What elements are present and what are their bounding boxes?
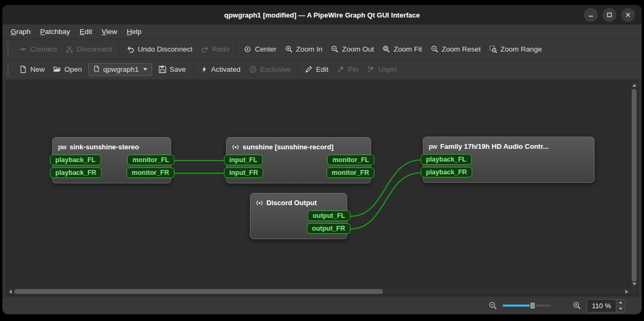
menu-patchbay[interactable]: Patchbay xyxy=(36,26,75,37)
zoom-in-button[interactable]: Zoom In xyxy=(281,43,327,56)
edit-button[interactable]: Edit xyxy=(300,63,332,76)
maximize-button[interactable] xyxy=(603,8,616,22)
connect-button[interactable]: Connect xyxy=(15,43,61,56)
activated-button[interactable]: Activated xyxy=(196,63,245,76)
statusbar: 110 % xyxy=(3,297,641,314)
connect-icon xyxy=(19,45,27,53)
new-button[interactable]: New xyxy=(15,63,49,76)
canvas-viewport[interactable]: pwsink-sunshine-stereoplayback_FLmonitor… xyxy=(6,81,630,288)
port-monitor_FR[interactable]: monitor_FR xyxy=(127,167,174,178)
port-row: playback_FL xyxy=(423,153,594,166)
menubar: Graph Patchbay Edit View Help xyxy=(3,24,641,39)
patchbay-session-dropdown[interactable]: qpwgraph1 xyxy=(88,63,152,76)
node-title: pwFamily 17h/19h HD Audio Contr... xyxy=(423,137,594,152)
undo-disconnect-button[interactable]: Undo Disconnect xyxy=(122,43,197,56)
node-title: pwsink-sunshine-stereo xyxy=(53,138,171,153)
menu-graph[interactable]: Graph xyxy=(6,26,36,37)
center-label: Center xyxy=(255,45,277,53)
zoom-slider-handle[interactable] xyxy=(530,302,536,309)
patchbay-toolbar: New Open qpwgraph1 Save Act xyxy=(3,60,641,80)
horizontal-scrollbar[interactable] xyxy=(6,288,630,295)
zoom-spin-down-button[interactable] xyxy=(616,306,625,312)
central-area: pwsink-sunshine-stereoplayback_FLmonitor… xyxy=(3,80,641,297)
zoom-out-icon xyxy=(331,45,339,53)
node-title: Discord Output xyxy=(250,193,347,208)
unpin-icon xyxy=(367,65,375,73)
zoom-in-label: Zoom In xyxy=(296,45,323,53)
port-input_FL[interactable]: input_FL xyxy=(224,155,263,165)
graph-canvas[interactable]: pwsink-sunshine-stereoplayback_FLmonitor… xyxy=(6,81,638,295)
disconnect-label: Disconnect xyxy=(77,45,112,53)
pin-button[interactable]: Pin xyxy=(332,63,363,76)
minimize-button[interactable] xyxy=(584,8,598,22)
close-button[interactable] xyxy=(621,8,635,22)
horizontal-scroll-handle[interactable] xyxy=(14,289,383,294)
toolbar-separator xyxy=(119,44,120,55)
port-input_FR[interactable]: input_FR xyxy=(224,167,263,178)
open-button[interactable]: Open xyxy=(49,63,86,76)
disconnect-button[interactable]: Disconnect xyxy=(61,43,116,56)
edit-pencil-icon xyxy=(305,65,313,73)
vertical-scroll-handle[interactable] xyxy=(632,89,637,282)
exclusive-icon: f xyxy=(249,65,257,73)
vertical-scrollbar[interactable] xyxy=(630,81,638,288)
zoom-range-button[interactable]: Zoom Range xyxy=(485,43,546,56)
zoom-spin-up-button[interactable] xyxy=(616,300,625,306)
save-icon xyxy=(158,65,166,73)
port-playback_FR[interactable]: playback_FR xyxy=(421,167,472,178)
zoom-reset-label: Zoom Reset xyxy=(442,45,481,53)
menu-help[interactable]: Help xyxy=(122,26,146,37)
save-button[interactable]: Save xyxy=(154,63,190,76)
menu-view[interactable]: View xyxy=(97,26,122,37)
pin-label: Pin xyxy=(348,65,358,73)
scroll-right-arrow[interactable] xyxy=(623,288,630,295)
zoom-out-button[interactable]: Zoom Out xyxy=(327,43,378,56)
minimize-icon xyxy=(588,12,593,18)
titlebar[interactable]: qpwgraph1 [modified] — A PipeWire Graph … xyxy=(3,5,641,24)
session-name: qpwgraph1 xyxy=(103,65,139,73)
node-sunshine[interactable]: sunshine [sunshine-record]input_FLmonito… xyxy=(226,137,371,183)
menu-edit[interactable]: Edit xyxy=(75,26,97,37)
zoom-range-label: Zoom Range xyxy=(500,45,542,53)
node-title: sunshine [sunshine-record] xyxy=(227,138,371,153)
zoom-value: 110 % xyxy=(587,300,616,312)
unpin-button[interactable]: Unpin xyxy=(363,63,401,76)
toolbar-drag-handle[interactable] xyxy=(7,64,11,75)
scroll-left-arrow[interactable] xyxy=(6,288,14,295)
new-label: New xyxy=(30,65,45,73)
port-playback_FL[interactable]: playback_FL xyxy=(50,155,101,165)
redo-button[interactable]: Redo xyxy=(197,43,233,56)
zoom-spinbox[interactable]: 110 % xyxy=(587,299,625,312)
spin-down-icon xyxy=(619,308,622,310)
zoom-in-status-icon xyxy=(573,301,581,310)
exclusive-button[interactable]: f Exclusive xyxy=(245,63,295,76)
scroll-up-arrow[interactable] xyxy=(631,81,638,89)
undo-icon xyxy=(127,45,135,53)
zoom-out-label: Zoom Out xyxy=(342,45,374,53)
port-monitor_FL[interactable]: monitor_FL xyxy=(127,155,174,165)
port-playback_FR[interactable]: playback_FR xyxy=(50,167,102,178)
zoom-reset-button[interactable]: Zoom Reset xyxy=(426,43,486,56)
port-output_FR[interactable]: output_FR xyxy=(307,223,350,234)
scroll-down-arrow[interactable] xyxy=(631,280,638,288)
port-playback_FL[interactable]: playback_FL xyxy=(421,154,472,165)
node-family-audio[interactable]: pwFamily 17h/19h HD Audio Contr...playba… xyxy=(423,137,595,183)
node-sink-sunshine-stereo[interactable]: pwsink-sunshine-stereoplayback_FLmonitor… xyxy=(52,137,171,183)
port-output_FL[interactable]: output_FL xyxy=(307,210,350,221)
node-discord-output[interactable]: Discord Outputoutput_FLoutput_FR xyxy=(250,193,347,239)
port-monitor_FL[interactable]: monitor_FL xyxy=(327,155,374,165)
toolbar-drag-handle[interactable] xyxy=(7,44,11,55)
zoom-range-icon xyxy=(489,45,497,53)
port-row: input_FRmonitor_FR xyxy=(227,166,371,179)
zoom-fit-button[interactable]: Zoom Fit xyxy=(378,43,426,56)
zoom-slider[interactable] xyxy=(503,301,550,310)
exclusive-label: Exclusive xyxy=(260,65,290,73)
close-icon xyxy=(625,12,631,18)
zoom-fit-label: Zoom Fit xyxy=(394,45,422,53)
port-row: output_FR xyxy=(250,222,347,235)
toolbar-separator xyxy=(297,64,298,75)
port-monitor_FR[interactable]: monitor_FR xyxy=(327,167,374,178)
center-button[interactable]: Center xyxy=(239,43,281,56)
redo-label: Redo xyxy=(212,45,229,53)
connect-label: Connect xyxy=(30,45,57,53)
